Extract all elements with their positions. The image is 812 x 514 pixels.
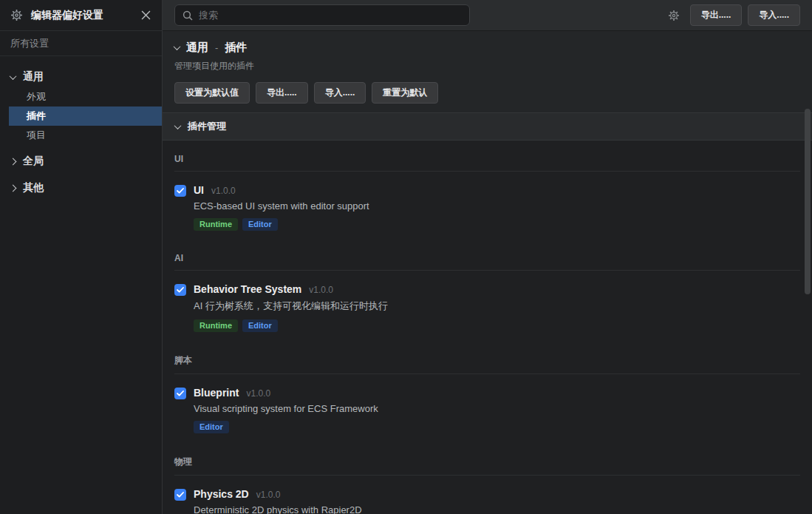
sidebar-item-plugins[interactable]: 插件	[9, 106, 162, 126]
plugin-version: v1.0.0	[211, 186, 236, 196]
breadcrumb-separator: -	[215, 42, 218, 53]
settings-sidebar: 编辑器偏好设置 所有设置 通用 外观 插件 项目 全局 其他	[0, 0, 163, 514]
main-panel: 导出..... 导入..... 通用 - 插件 管理项目使用的插件 设置为默认值…	[163, 0, 812, 514]
breadcrumb-parent: 通用	[186, 41, 208, 55]
section-title: 插件管理	[188, 120, 226, 133]
sidebar-item-all-settings[interactable]: 所有设置	[0, 31, 162, 56]
plugin-name: Behavior Tree System	[194, 283, 301, 295]
check-icon	[177, 287, 184, 293]
category-label-ai: AI	[174, 253, 800, 271]
check-icon	[177, 390, 184, 396]
plugin-name: Blueprint	[194, 387, 239, 399]
import-button[interactable]: 导入.....	[748, 4, 800, 26]
close-icon[interactable]	[138, 8, 153, 23]
check-icon	[177, 188, 184, 194]
export-plugins-button[interactable]: 导出.....	[256, 82, 308, 104]
search-icon	[182, 10, 193, 21]
gear-icon	[9, 8, 24, 23]
plugin-enabled-checkbox[interactable]	[174, 489, 186, 501]
plugin-row-blueprint: Blueprint v1.0.0 Visual scripting system…	[174, 387, 800, 433]
chevron-down-icon	[174, 122, 182, 129]
chevron-right-icon	[10, 184, 17, 192]
plugin-description: Visual scripting system for ECS Framewor…	[194, 403, 378, 414]
chevron-down-icon[interactable]	[174, 43, 181, 50]
sidebar-group-global[interactable]: 全局	[0, 151, 162, 172]
sidebar-header: 编辑器偏好设置	[0, 0, 162, 31]
search-box[interactable]	[174, 4, 470, 26]
category-label-physics: 物理	[174, 456, 800, 476]
plugin-name: UI	[194, 184, 204, 196]
plugin-version: v1.0.0	[246, 388, 270, 399]
import-plugins-button[interactable]: 导入.....	[314, 82, 366, 104]
plugin-management-section-header[interactable]: 插件管理	[163, 113, 812, 141]
plugin-enabled-checkbox[interactable]	[174, 284, 186, 296]
header-actions: 设置为默认值 导出..... 导入..... 重置为默认	[174, 82, 800, 104]
export-button[interactable]: 导出.....	[690, 4, 743, 26]
reset-to-default-button[interactable]: 重置为默认	[372, 82, 438, 104]
plugin-row-physics-2d: Physics 2D v1.0.0 Deterministic 2D physi…	[174, 488, 800, 514]
runtime-badge: Runtime	[194, 319, 238, 332]
plugin-enabled-checkbox[interactable]	[174, 388, 186, 399]
plugin-description: Deterministic 2D physics with Rapier2D	[194, 504, 362, 514]
plugin-description: AI 行为树系统，支持可视化编辑和运行时执行	[194, 300, 388, 313]
search-input[interactable]	[199, 10, 462, 21]
sidebar-group-general[interactable]: 通用	[0, 67, 162, 87]
category-label-ui: UI	[174, 154, 800, 172]
page-subtitle: 管理项目使用的插件	[174, 60, 800, 72]
plugin-list: UI UI v1.0.0 ECS-based UI system with ed…	[163, 141, 812, 514]
breadcrumb-current: 插件	[225, 41, 247, 55]
category-label-script: 脚本	[174, 354, 800, 374]
chevron-down-icon	[10, 72, 17, 80]
window-title: 编辑器偏好设置	[31, 9, 138, 22]
editor-badge: Editor	[194, 421, 229, 433]
breadcrumb: 通用 - 插件	[174, 41, 800, 55]
plugin-name: Physics 2D	[194, 488, 249, 500]
sidebar-item-project[interactable]: 项目	[9, 126, 162, 145]
plugin-version: v1.0.0	[256, 490, 281, 500]
check-icon	[177, 492, 184, 498]
editor-badge: Editor	[242, 218, 278, 231]
chevron-right-icon	[10, 158, 17, 165]
settings-gear-icon[interactable]	[666, 8, 681, 23]
set-as-default-button[interactable]: 设置为默认值	[174, 82, 250, 104]
sidebar-group-other[interactable]: 其他	[0, 177, 162, 198]
plugin-row-ui: UI v1.0.0 ECS-based UI system with edito…	[174, 184, 800, 231]
page-header: 通用 - 插件 管理项目使用的插件 设置为默认值 导出..... 导入.....…	[163, 31, 812, 113]
sidebar-item-appearance[interactable]: 外观	[9, 87, 162, 106]
scrollbar-thumb[interactable]	[805, 109, 811, 294]
settings-tree: 通用 外观 插件 项目 全局 其他	[0, 56, 162, 198]
topbar: 导出..... 导入.....	[163, 0, 812, 31]
editor-preferences-window: 编辑器偏好设置 所有设置 通用 外观 插件 项目 全局 其他	[0, 0, 812, 514]
plugin-row-behavior-tree: Behavior Tree System v1.0.0 AI 行为树系统，支持可…	[174, 283, 800, 332]
plugin-description: ECS-based UI system with editor support	[194, 200, 369, 212]
plugin-enabled-checkbox[interactable]	[174, 185, 186, 197]
runtime-badge: Runtime	[194, 218, 238, 231]
editor-badge: Editor	[242, 319, 278, 332]
plugin-version: v1.0.0	[309, 285, 333, 295]
